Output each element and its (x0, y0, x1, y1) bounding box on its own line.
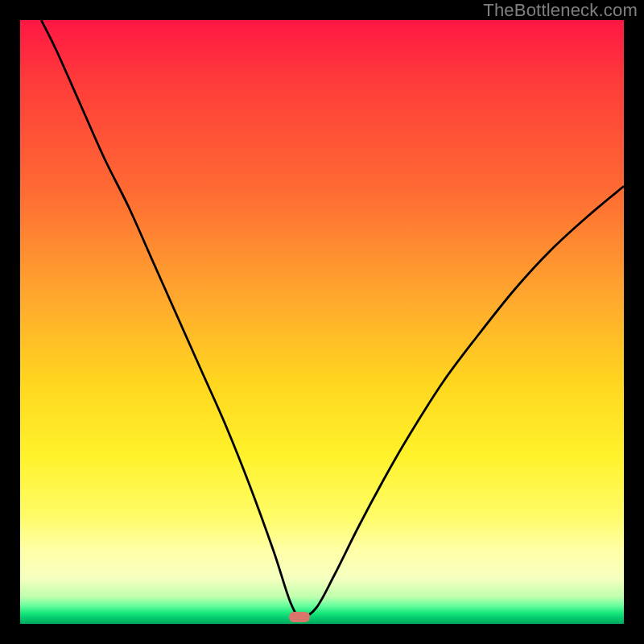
bottleneck-curve (20, 20, 624, 624)
plot-area (20, 20, 624, 624)
watermark-text: TheBottleneck.com (483, 0, 638, 21)
minimum-marker (289, 612, 310, 622)
curve-path (41, 20, 624, 617)
chart-container: TheBottleneck.com (0, 0, 644, 644)
